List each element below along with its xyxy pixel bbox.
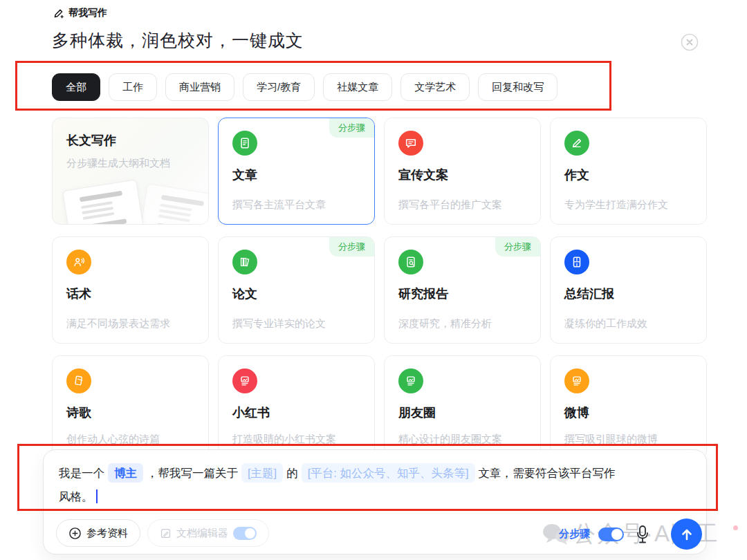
card-promo-copy[interactable]: 宣传文案 撰写各平台的推广文案 (384, 118, 541, 225)
card-subtitle: 精心设计的朋友圈文案 (398, 433, 526, 446)
card-weibo[interactable]: 微博 撰写吸引眼球的微博 (550, 355, 707, 459)
doc-editor-button[interactable]: 文档编辑器 (147, 519, 269, 547)
article-doc-icon (232, 131, 257, 156)
report-doc-icon (564, 250, 589, 274)
step-mode-label: 分步骤 (559, 528, 590, 541)
card-subtitle: 专为学生打造满分作文 (564, 198, 692, 212)
card-subtitle: 打造吸睛的小红书文案 (232, 433, 360, 446)
card-title: 文章 (232, 167, 360, 183)
send-button[interactable] (671, 519, 702, 550)
tab-all[interactable]: 全部 (52, 73, 100, 101)
speech-bubble-icon (398, 131, 423, 156)
reference-material-button[interactable]: 参考资料 (56, 519, 140, 547)
page-title: 多种体裁，润色校对，一键成文 (52, 29, 304, 52)
composer-toolbar-right: 分步骤 (559, 519, 702, 550)
card-essay[interactable]: 作文 专为学生打造满分作文 (550, 118, 707, 225)
books-icon (232, 250, 257, 274)
card-title: 作文 (564, 167, 692, 183)
card-title: 论文 (232, 286, 360, 302)
platform-placeholder-chip[interactable]: [平台: 如公众号、知乎、头条等] (302, 463, 475, 483)
prompt-segment: 风格。 (59, 490, 93, 503)
tab-social-media[interactable]: 社媒文章 (323, 73, 392, 101)
reference-material-label: 参考资料 (86, 527, 128, 540)
doc-editor-toggle[interactable] (233, 527, 257, 540)
card-subtitle: 撰写吸引眼球的微博 (564, 433, 692, 446)
card-talking-script[interactable]: 话术 满足不同场景表达需求 (52, 236, 209, 344)
card-title: 微博 (564, 404, 692, 421)
app-title: 帮我写作 (68, 7, 107, 19)
pencil-icon (564, 131, 589, 156)
doc-edit-icon (160, 528, 172, 539)
document-stack-illustration (62, 179, 148, 225)
composer-toolbar-left: 参考资料 文档编辑器 (56, 519, 269, 547)
prompt-segment: 我是一个 (59, 467, 104, 479)
microphone-icon[interactable] (632, 523, 653, 546)
app-header: 帮我写作 (53, 7, 107, 19)
close-icon[interactable] (681, 33, 699, 51)
help-me-write-panel: 帮我写作 多种体裁，润色校对，一键成文 全部 工作 商业营销 学习/教育 社媒文… (0, 0, 747, 560)
card-subtitle: 撰写各主流平台文章 (232, 198, 360, 212)
tab-marketing[interactable]: 商业营销 (165, 73, 234, 101)
prompt-segment: 文章，需要符合该平台写作 (479, 467, 616, 479)
doc-magnifier-icon (398, 250, 423, 274)
card-title: 小红书 (232, 404, 360, 421)
tab-literature[interactable]: 文学艺术 (400, 73, 470, 101)
tab-reply-rewrite[interactable]: 回复和改写 (478, 73, 557, 101)
card-summary-report[interactable]: 总结汇报 凝练你的工作成效 (550, 236, 707, 344)
text-cursor (96, 489, 98, 503)
card-subtitle: 撰写各平台的推广文案 (398, 198, 526, 212)
category-tab-bar: 全部 工作 商业营销 学习/教育 社媒文章 文学艺术 回复和改写 (52, 73, 557, 101)
card-subtitle: 深度研究，精准分析 (398, 317, 526, 330)
card-title: 研究报告 (398, 286, 526, 302)
writing-type-grid: 长文写作 分步骤生成大纲和文档 分步骤 文章 撰写各主流平台文章 宣传文案 (52, 118, 707, 459)
card-title: 长文写作 (66, 132, 194, 149)
prompt-line2: 风格。 (59, 485, 697, 508)
card-poetry[interactable]: 诗歌 创作动人心弦的诗篇 (52, 355, 209, 459)
doc-editor-label: 文档编辑器 (176, 527, 228, 540)
card-moments[interactable]: 朋友圈 精心设计的朋友圈文案 (384, 355, 541, 459)
image-post-icon (564, 368, 589, 393)
card-subtitle: 满足不同场景表达需求 (66, 317, 194, 330)
card-article[interactable]: 分步骤 文章 撰写各主流平台文章 (218, 118, 375, 225)
card-thesis[interactable]: 分步骤 论文 撰写专业详实的论文 (218, 236, 375, 344)
person-voice-icon (66, 250, 91, 274)
image-post-icon (232, 368, 257, 393)
card-xiaohongshu[interactable]: 小红书 打造吸睛的小红书文案 (218, 355, 375, 459)
tab-work[interactable]: 工作 (109, 73, 157, 101)
card-subtitle: 创作动人心弦的诗篇 (66, 433, 194, 446)
circle-plus-icon (68, 527, 82, 540)
card-long-form-writing[interactable]: 长文写作 分步骤生成大纲和文档 (52, 118, 209, 225)
step-mode-toggle[interactable] (598, 528, 624, 541)
card-title: 话术 (66, 286, 194, 302)
card-subtitle: 分步骤生成大纲和文档 (66, 157, 194, 170)
card-subtitle: 撰写专业详实的论文 (232, 317, 360, 330)
topic-placeholder-chip[interactable]: [主题] (241, 463, 283, 483)
role-chip[interactable]: 博主 (108, 463, 143, 483)
image-post-icon (398, 368, 423, 393)
prompt-segment: 的 (286, 467, 298, 479)
card-research-report[interactable]: 分步骤 研究报告 深度研究，精准分析 (384, 236, 541, 344)
card-title: 宣传文案 (398, 167, 526, 183)
card-title: 朋友圈 (398, 404, 526, 421)
prompt-segment: ，帮我写一篇关于 (147, 467, 238, 479)
step-badge: 分步骤 (495, 237, 540, 256)
card-subtitle: 凝练你的工作成效 (564, 317, 692, 330)
card-title: 总结汇报 (564, 286, 692, 302)
step-badge: 分步骤 (329, 237, 374, 256)
poem-book-icon (66, 368, 91, 393)
watermark-dot (733, 525, 738, 530)
prompt-text[interactable]: 我是一个博主，帮我写一篇关于[主题]的[平台: 如公众号、知乎、头条等]文章，需… (59, 461, 697, 508)
card-title: 诗歌 (66, 404, 194, 421)
tab-education[interactable]: 学习/教育 (243, 73, 315, 101)
document-stack-illustration (136, 183, 209, 225)
pencil-plus-icon (53, 8, 64, 19)
step-badge: 分步骤 (329, 118, 374, 138)
